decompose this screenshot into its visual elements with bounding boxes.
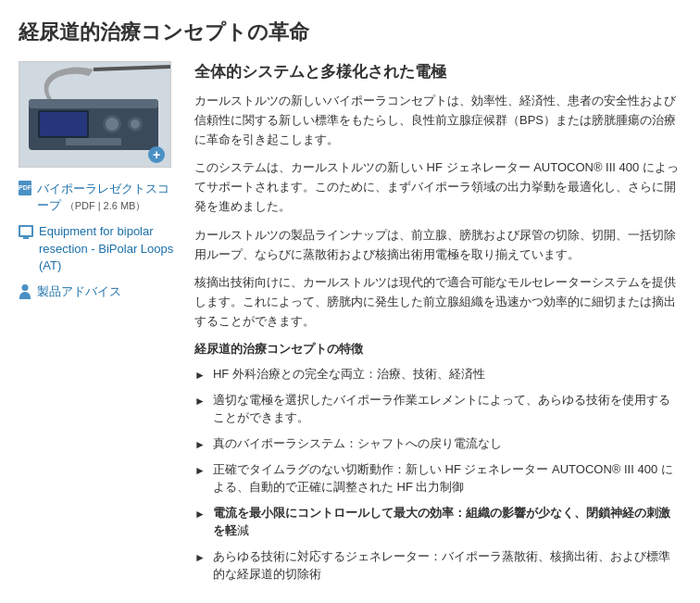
left-panel: + PDF バイポーラレゼクトスコープ （PDF | 2.6 MB） [19, 61, 176, 591]
feature-item-3: ► 真のバイポーラシステム：シャフトへの戻り電流なし [194, 434, 681, 453]
feature-text-3: 真のバイポーラシステム：シャフトへの戻り電流なし [213, 434, 502, 453]
bullet-4: ► [194, 462, 206, 479]
feature-text-6: あらゆる技術に対応するジェネレーター：バイポーラ蒸散術、核摘出術、および標準的な… [213, 547, 681, 584]
feature-item-2: ► 適切な電極を選択したバイポーラ作業エレメントによって、あらゆる技術を使用する… [194, 391, 681, 427]
pdf-link-text[interactable]: バイポーラレゼクトスコープ （PDF | 2.6 MB） [37, 181, 176, 214]
right-panel: 全体的システムと多様化された電極 カールストルツの新しいバイポーラコンセプトは、… [194, 61, 681, 591]
section-subtitle: 全体的システムと多様化された電極 [194, 61, 681, 82]
bullet-6: ► [194, 549, 206, 566]
product-image[interactable]: + [19, 61, 171, 168]
paragraph-1: カールストルツの新しいバイポーラコンセプトは、効率性、経済性、患者の安全性および… [194, 92, 681, 149]
paragraph-2: このシステムは、カールストルツの新しい HF ジェネレーター AUTOCON® … [194, 158, 681, 216]
person-icon [19, 284, 31, 299]
equipment-link[interactable]: Equipment for bipolar resection - BiPola… [39, 224, 173, 271]
paragraph-4: 核摘出技術向けに、カールストルツは現代的で適合可能なモルセレーターシステムを提供… [194, 273, 681, 331]
feature-text-5: 電流を最小限にコントロールして最大の効率：組織の影響が少なく、閉鎖神経の刺激を軽… [213, 504, 681, 540]
equipment-link-text[interactable]: Equipment for bipolar resection - BiPola… [39, 223, 176, 274]
feature-item-1: ► HF 外科治療との完全な両立：治療、技術、経済性 [194, 365, 681, 383]
advice-link[interactable]: 製品アドバイス [37, 283, 121, 300]
feature-item-5: ► 電流を最小限にコントロールして最大の効率：組織の影響が少なく、閉鎖神経の刺激… [194, 504, 681, 540]
nav-links: PDF バイポーラレゼクトスコープ （PDF | 2.6 MB） Equipme… [19, 181, 176, 301]
svg-rect-10 [66, 138, 121, 145]
feature-item-4: ► 正確でタイムラグのない切断動作：新しい HF ジェネレーター AUTOCON… [194, 460, 681, 496]
paragraph-3: カールストルツの製品ラインナップは、前立腺、膀胱および尿管の切除、切開、一括切除… [194, 226, 681, 265]
pdf-link-item[interactable]: PDF バイポーラレゼクトスコープ （PDF | 2.6 MB） [19, 181, 176, 214]
feature-item-6: ► あらゆる技術に対応するジェネレーター：バイポーラ蒸散術、核摘出術、および標準… [194, 547, 681, 584]
svg-point-6 [106, 118, 119, 131]
feature-text-2: 適切な電極を選択したバイポーラ作業エレメントによって、あらゆる技術を使用すること… [213, 391, 681, 427]
bullet-2: ► [194, 393, 206, 409]
svg-rect-4 [40, 112, 87, 136]
feature-text-4: 正確でタイムラグのない切断動作：新しい HF ジェネレーター AUTOCON® … [213, 460, 681, 496]
bullet-5: ► [194, 506, 206, 522]
pdf-link-sub: （PDF | 2.6 MB） [65, 200, 146, 211]
pdf-icon: PDF [19, 181, 31, 195]
svg-point-8 [131, 119, 140, 129]
equipment-link-label: Equipment for bipolar resection - BiPola… [39, 224, 173, 271]
monitor-icon [19, 225, 33, 237]
feature-list: ► HF 外科治療との完全な両立：治療、技術、経済性 ► 適切な電極を選択したバ… [194, 365, 681, 584]
page-title: 経尿道的治療コンセプトの革命 [19, 19, 681, 46]
equipment-link-item[interactable]: Equipment for bipolar resection - BiPola… [19, 223, 176, 274]
feature-text-1: HF 外科治療との完全な両立：治療、技術、経済性 [213, 365, 485, 383]
advice-link-label: 製品アドバイス [37, 284, 121, 298]
image-zoom-button[interactable]: + [148, 146, 165, 163]
feature-text-5-highlight: 電流を最小限にコントロールして最大の効率：組織の影響が少なく、閉鎖神経の刺激を軽 [213, 506, 670, 538]
bullet-3: ► [194, 436, 206, 453]
bullet-1: ► [194, 367, 206, 383]
advice-link-item[interactable]: 製品アドバイス [19, 283, 176, 301]
features-title: 経尿道的治療コンセプトの特徴 [194, 341, 681, 358]
svg-rect-2 [29, 99, 158, 108]
